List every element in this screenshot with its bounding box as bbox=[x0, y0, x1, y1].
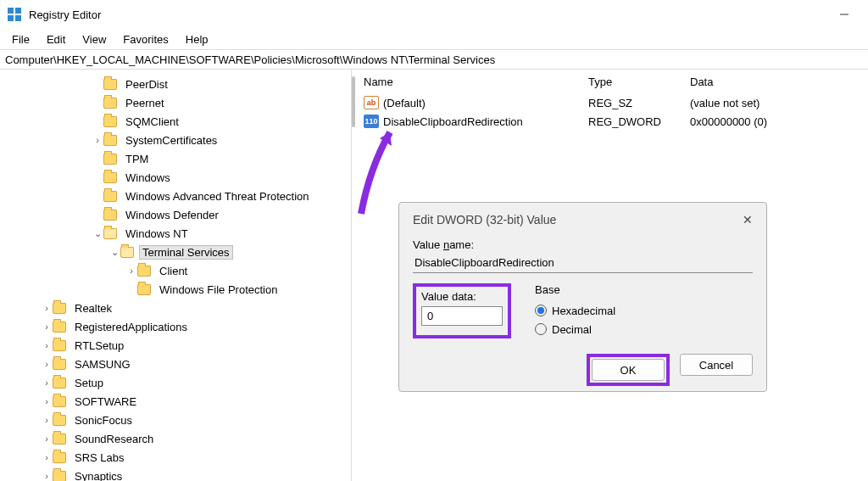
tree-item-label: PeerDist bbox=[122, 77, 171, 92]
tree-item[interactable]: ⌄Windows NT bbox=[0, 224, 351, 243]
tree-item-label: Windows Advanced Threat Protection bbox=[122, 189, 313, 204]
chevron-down-icon[interactable]: ⌄ bbox=[92, 228, 103, 239]
tree-item[interactable]: ›SonicFocus bbox=[0, 411, 351, 429]
tree-item[interactable]: ⌄Terminal Services bbox=[0, 243, 351, 261]
tree-item-label: Windows File Protection bbox=[156, 282, 281, 297]
folder-icon bbox=[103, 98, 117, 109]
folder-icon bbox=[103, 116, 117, 127]
folder-icon bbox=[53, 415, 66, 426]
col-data[interactable]: Data bbox=[690, 76, 868, 88]
chevron-right-icon[interactable]: › bbox=[92, 135, 103, 145]
ok-button[interactable]: OK bbox=[592, 359, 665, 381]
tree-item-label: Windows Defender bbox=[122, 208, 222, 222]
chevron-right-icon[interactable]: › bbox=[41, 396, 53, 406]
folder-icon bbox=[103, 210, 117, 221]
tree-item[interactable]: ›SAMSUNG bbox=[0, 355, 351, 373]
tree-item[interactable]: ›SOFTWARE bbox=[0, 392, 351, 411]
value-data-field[interactable] bbox=[421, 306, 503, 326]
chevron-right-icon[interactable]: › bbox=[41, 359, 53, 369]
tree-item-label: SQMClient bbox=[122, 115, 182, 129]
folder-icon bbox=[103, 228, 117, 239]
string-value-icon: ab bbox=[364, 96, 379, 109]
list-row[interactable]: 110DisableClipboardRedirectionREG_DWORD0… bbox=[352, 112, 868, 131]
chevron-right-icon[interactable]: › bbox=[41, 415, 53, 425]
value-name-label: Value name: bbox=[413, 238, 753, 251]
tree-item[interactable]: ›Synaptics bbox=[0, 467, 351, 481]
tree-item-label: RegisteredApplications bbox=[71, 320, 191, 334]
tree-item-label: Setup bbox=[71, 376, 107, 390]
tree-item-label: SOFTWARE bbox=[71, 394, 140, 409]
cell-type: REG_SZ bbox=[588, 97, 690, 109]
dword-value-icon: 110 bbox=[364, 115, 379, 128]
folder-icon bbox=[103, 154, 117, 165]
tree-item[interactable]: ›SystemCertificates bbox=[0, 131, 351, 149]
chevron-right-icon[interactable]: › bbox=[41, 322, 53, 332]
minimize-button[interactable] bbox=[827, 2, 861, 27]
chevron-right-icon[interactable]: › bbox=[41, 378, 53, 388]
folder-icon bbox=[103, 172, 117, 183]
tree-item-label: Peernet bbox=[122, 96, 168, 110]
tree-item[interactable]: ›Setup bbox=[0, 373, 351, 392]
folder-icon bbox=[53, 396, 66, 407]
tree-item[interactable]: ›Client bbox=[0, 261, 351, 280]
chevron-right-icon[interactable]: › bbox=[41, 452, 53, 462]
cell-data: (value not set) bbox=[690, 97, 868, 109]
tree-panel[interactable]: PeerDistPeernetSQMClient›SystemCertifica… bbox=[0, 70, 352, 481]
menu-file[interactable]: File bbox=[3, 31, 38, 48]
tree-item[interactable]: Windows bbox=[0, 168, 351, 187]
folder-icon bbox=[103, 79, 117, 90]
tree-item[interactable]: Peernet bbox=[0, 93, 351, 112]
tree-item-label: SystemCertificates bbox=[122, 133, 220, 148]
col-type[interactable]: Type bbox=[588, 76, 690, 88]
edit-dword-dialog: Edit DWORD (32-bit) Value ✕ Value name: … bbox=[398, 202, 767, 392]
titlebar: Registry Editor bbox=[0, 0, 868, 29]
menu-favorites[interactable]: Favorites bbox=[114, 31, 176, 48]
tree-item[interactable]: PeerDist bbox=[0, 75, 351, 93]
col-name[interactable]: Name bbox=[364, 76, 588, 88]
tree-item[interactable]: ›SRS Labs bbox=[0, 448, 351, 467]
dialog-close-icon[interactable]: ✕ bbox=[743, 213, 753, 227]
folder-icon bbox=[137, 266, 151, 277]
cell-data: 0x00000000 (0) bbox=[690, 115, 868, 128]
chevron-right-icon[interactable]: › bbox=[41, 433, 53, 444]
cell-type: REG_DWORD bbox=[588, 115, 690, 128]
address-bar[interactable]: Computer\HKEY_LOCAL_MACHINE\SOFTWARE\Pol… bbox=[0, 49, 868, 70]
tree-item-label: Windows bbox=[122, 171, 174, 185]
cancel-button[interactable]: Cancel bbox=[680, 354, 753, 376]
chevron-right-icon[interactable]: › bbox=[41, 303, 53, 313]
address-path: Computer\HKEY_LOCAL_MACHINE\SOFTWARE\Pol… bbox=[5, 53, 495, 66]
tree-item-label: SAMSUNG bbox=[71, 357, 134, 372]
menu-view[interactable]: View bbox=[74, 31, 114, 48]
menu-edit[interactable]: Edit bbox=[38, 31, 74, 48]
tree-item[interactable]: Windows Advanced Threat Protection bbox=[0, 187, 351, 205]
tree-item[interactable]: ›SoundResearch bbox=[0, 429, 351, 448]
chevron-right-icon[interactable]: › bbox=[41, 471, 53, 481]
list-row[interactable]: ab(Default)REG_SZ(value not set) bbox=[352, 93, 868, 112]
tree-item[interactable]: ›RegisteredApplications bbox=[0, 317, 351, 336]
radio-hexadecimal[interactable]: Hexadecimal bbox=[535, 301, 615, 320]
radio-icon bbox=[535, 305, 547, 316]
chevron-right-icon[interactable]: › bbox=[125, 266, 137, 276]
radio-icon bbox=[535, 323, 547, 335]
value-name-field[interactable] bbox=[413, 253, 753, 273]
tree-item[interactable]: Windows Defender bbox=[0, 205, 351, 224]
tree-item[interactable]: SQMClient bbox=[0, 112, 351, 131]
splitter[interactable] bbox=[352, 76, 355, 127]
tree-item-label: Realtek bbox=[71, 301, 115, 316]
tree-item[interactable]: ›RTLSetup bbox=[0, 336, 351, 355]
tree-item-label: Client bbox=[156, 264, 191, 278]
menubar: File Edit View Favorites Help bbox=[0, 29, 868, 49]
radio-decimal[interactable]: Decimal bbox=[535, 320, 615, 338]
tree-item[interactable]: TPM bbox=[0, 149, 351, 168]
tree-item[interactable]: Windows File Protection bbox=[0, 280, 351, 299]
menu-help[interactable]: Help bbox=[177, 31, 217, 48]
list-header: Name Type Data bbox=[352, 70, 868, 93]
folder-icon bbox=[53, 322, 66, 333]
cell-name: DisableClipboardRedirection bbox=[383, 115, 588, 128]
chevron-right-icon[interactable]: › bbox=[41, 340, 53, 350]
folder-icon bbox=[53, 359, 66, 370]
folder-icon bbox=[103, 135, 117, 146]
value-data-label: Value data: bbox=[421, 290, 503, 303]
chevron-down-icon[interactable]: ⌄ bbox=[108, 247, 120, 258]
tree-item[interactable]: ›Realtek bbox=[0, 299, 351, 317]
